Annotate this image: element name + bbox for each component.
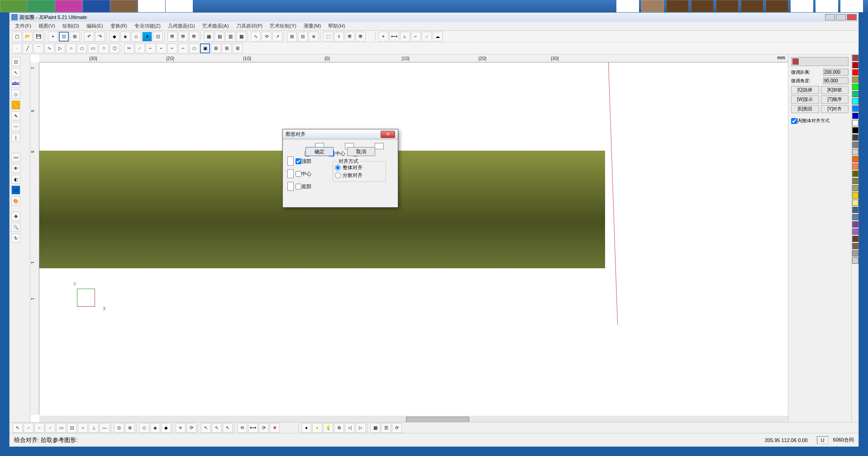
align-bottom-icon[interactable]	[287, 182, 294, 191]
windows-taskbar[interactable]	[0, 0, 868, 12]
b-mesh1-icon[interactable]: ◇	[139, 423, 149, 433]
menu-view[interactable]: 视图(V)	[35, 22, 59, 30]
b-light2-icon[interactable]: ●	[312, 423, 322, 433]
b-rot-icon[interactable]: ⟳	[186, 423, 196, 433]
b-face-icon[interactable]: ⟋	[45, 423, 55, 433]
menu-transform[interactable]: 变换(R)	[107, 22, 131, 30]
glasses-icon[interactable]: 👓	[11, 153, 20, 162]
taskbar-app-4[interactable]	[83, 0, 110, 12]
color-swatch[interactable]	[852, 84, 858, 90]
panel-color-swatch[interactable]	[792, 58, 799, 65]
b-dash-icon[interactable]: ⊡	[67, 423, 77, 433]
taskbar-doc-1[interactable]	[616, 0, 639, 12]
menu-toolpath[interactable]: 刀具路径(P)	[233, 22, 267, 30]
arc-icon[interactable]: ⌒	[33, 43, 43, 53]
b-circle-icon[interactable]: ○	[78, 423, 88, 433]
move-icon[interactable]: ✥	[11, 212, 20, 221]
corner-2-icon[interactable]: ⌐	[157, 43, 167, 53]
polygon-icon[interactable]: ⬡	[110, 43, 119, 53]
align-vcenter-icon[interactable]	[287, 169, 294, 178]
b-align-icon[interactable]: ≡	[176, 423, 186, 433]
cancel-button[interactable]: 取消	[347, 147, 375, 156]
menu-edit[interactable]: 编辑(E)	[83, 22, 107, 30]
shield-3-icon[interactable]: ⛨	[189, 32, 199, 42]
curve-icon[interactable]: ∿	[44, 43, 54, 53]
new-file-icon[interactable]: ▢	[12, 32, 22, 42]
taskbar-app-3[interactable]	[55, 0, 82, 12]
bulge-icon[interactable]: ◐	[11, 175, 20, 184]
boundary-icon[interactable]: ▣	[200, 43, 210, 53]
taskbar-arc-2[interactable]	[691, 0, 714, 12]
color-swatch[interactable]	[852, 200, 858, 206]
triangle-icon[interactable]: ▷	[55, 43, 65, 53]
eye-icon[interactable]: 👁	[11, 164, 20, 173]
taskbar-app-1[interactable]	[0, 0, 27, 12]
rotate-icon[interactable]: ↻	[11, 233, 20, 242]
color-swatch[interactable]	[852, 98, 858, 104]
grid-2-icon[interactable]: ▤	[215, 32, 224, 42]
taskbar-doc-2[interactable]	[641, 0, 664, 12]
mesh-3-icon[interactable]: ※	[309, 32, 319, 42]
trim-2-icon[interactable]: ⟋	[135, 43, 145, 53]
b-light3-icon[interactable]: 💡	[323, 423, 333, 433]
overall-align-checkbox[interactable]	[791, 118, 797, 124]
ok-button[interactable]: 确定	[305, 147, 334, 156]
color-swatch[interactable]	[852, 69, 858, 76]
b-flip-icon[interactable]: ⟳	[259, 423, 269, 433]
distance-input[interactable]	[823, 69, 849, 76]
b-light1-icon[interactable]: ●	[301, 423, 311, 433]
select-arrow-icon[interactable]: ↖	[11, 68, 20, 77]
color-swatch[interactable]	[852, 214, 858, 220]
color-swatch[interactable]	[852, 62, 858, 68]
shield-2-icon[interactable]: ⛨	[178, 32, 188, 42]
align-distribute-radio[interactable]	[335, 172, 341, 178]
taskbar-doc-4[interactable]	[816, 0, 838, 12]
text-tool-icon[interactable]: abc	[11, 79, 20, 88]
color-swatch[interactable]	[852, 120, 858, 126]
grid-1-icon[interactable]: ▦	[204, 32, 214, 42]
color-swatch[interactable]	[852, 113, 858, 119]
snap-2-icon[interactable]: ⊡	[59, 32, 69, 42]
ruler-tool-icon[interactable]: 📏	[11, 100, 20, 109]
color-swatch[interactable]	[852, 228, 858, 235]
menu-professional[interactable]: 专业功能(Z)	[131, 22, 164, 30]
circle-icon[interactable]: ○	[66, 43, 76, 53]
path-2-icon[interactable]: ⟲	[262, 32, 272, 42]
b-curve-icon[interactable]: ⟋	[34, 423, 44, 433]
surf-2-icon[interactable]: ◊	[334, 32, 344, 42]
taskbar-app-5[interactable]	[110, 0, 138, 12]
undo-icon[interactable]: ↶	[84, 32, 94, 42]
snap-tan-icon[interactable]: ⟋	[422, 32, 432, 42]
menu-geometry[interactable]: 几何曲面(G)	[164, 22, 199, 30]
taskbar-arc-3[interactable]	[716, 0, 739, 12]
b-nav2-icon[interactable]: ▷	[356, 423, 366, 433]
color-swatch[interactable]	[852, 76, 858, 83]
b-cursor1-icon[interactable]: ↖	[201, 423, 211, 433]
color-swatch[interactable]	[852, 221, 858, 228]
taskbar-doc-5[interactable]	[840, 0, 863, 12]
b-select-icon[interactable]: ↖	[13, 423, 23, 433]
b-node-icon[interactable]: ⊛	[125, 423, 135, 433]
panel-header[interactable]	[791, 57, 849, 66]
menu-help[interactable]: 帮助(H)	[324, 22, 348, 30]
color-swatch[interactable]	[852, 105, 858, 112]
snap-dim-icon[interactable]: ⟷	[389, 32, 399, 42]
shield-grey-1-icon[interactable]: ⛨	[345, 32, 355, 42]
shield-1-icon[interactable]: ⛨	[167, 32, 177, 42]
menu-artdraw[interactable]: 艺术绘制(Y)	[266, 22, 300, 30]
color-swatch-icon[interactable]: ▾	[142, 32, 152, 42]
ellipse-icon[interactable]: ⬭	[77, 43, 87, 53]
marker-tool-icon[interactable]: |	[11, 133, 20, 142]
path-1-icon[interactable]: ∿	[251, 32, 261, 42]
snap-1-icon[interactable]: +	[48, 32, 58, 42]
b-delete-icon[interactable]: ✕	[270, 423, 280, 433]
snap-point-icon[interactable]: +	[378, 32, 388, 42]
render-3-icon[interactable]: ◇	[131, 32, 141, 42]
b-rect-icon[interactable]: ▭	[56, 423, 66, 433]
display-button[interactable]: [W]显示	[791, 95, 819, 104]
brush-tool-icon[interactable]: 〰	[11, 122, 20, 131]
path-3-icon[interactable]: ↗	[272, 32, 282, 42]
screen-icon[interactable]: ▭	[11, 185, 20, 195]
dialog-close-button[interactable]: ✕	[381, 131, 395, 138]
offset-1-icon[interactable]: ⊞	[211, 43, 221, 53]
